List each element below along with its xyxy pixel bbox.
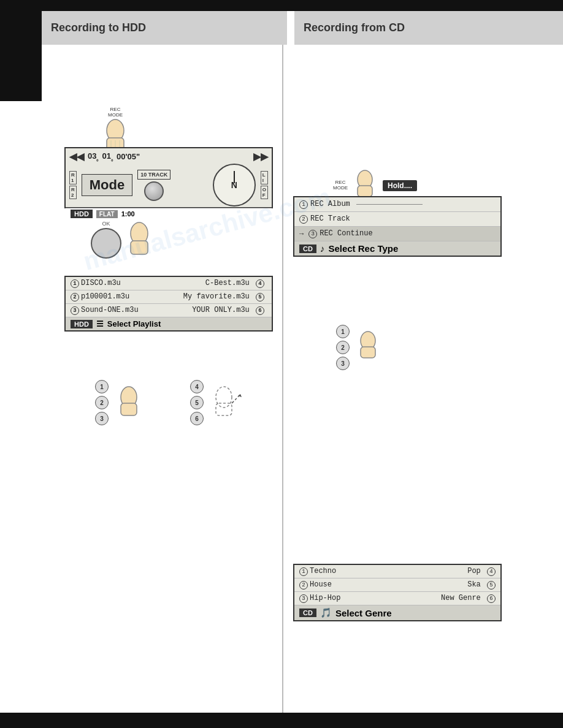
playlist-item-3-left: 3Sound-ONE.m3u — [71, 306, 139, 315]
finger-num-right-sm-icon — [354, 330, 382, 363]
playlist-footer-icon: ☰ — [96, 319, 104, 328]
genre-footer-icon: 🎵 — [320, 607, 332, 618]
num-btn-1-right[interactable]: 1 — [336, 325, 350, 338]
playlist-screen: 1DISCO.m3u C-Best.m3u 4 2p100001.m3u My … — [64, 276, 273, 332]
side-icon-l1: LI — [261, 171, 268, 184]
genre-footer-text: Select Genre — [335, 608, 392, 618]
genre-6-right: New Genre 6 — [441, 594, 496, 603]
ok-button-area: OK — [91, 221, 155, 259]
mode-box: Mode — [82, 174, 132, 196]
rec-type-1: 1REC Album — [299, 200, 350, 209]
genre-row-1: 1Techno Pop 4 — [294, 565, 500, 578]
rec-type-screen: 1REC Album 2REC Track → 3REC Continue CD… — [293, 196, 502, 257]
header-left-text: Recording to HDD — [51, 21, 146, 34]
rec-type-row-3: → 3REC Continue — [294, 227, 500, 241]
prev-arrow: ◀◀ — [69, 151, 84, 162]
side-icons-right: LI OF — [261, 171, 268, 199]
ok-circle[interactable] — [91, 228, 121, 259]
genre-footer: CD 🎵 Select Genre — [294, 605, 500, 620]
ok-btn-container: OK — [91, 221, 121, 259]
rec-type-row-1: 1REC Album — [294, 197, 500, 212]
side-icon-l2: OF — [261, 186, 268, 199]
num-btn-2-left[interactable]: 2 — [95, 396, 109, 409]
playlist-item-6-right: YOUR ONLY.m3u 6 — [192, 306, 267, 315]
screen1-bottom: HDD FLAT 1:00 — [66, 208, 272, 219]
svg-rect-10 — [216, 403, 232, 415]
time-display: 00'05" — [117, 152, 140, 161]
side-icon-r1: R1 — [69, 171, 77, 184]
rec-type-footer-text: Select Rec Type — [328, 243, 398, 254]
rec-type-footer: CD ♪ Select Rec Type — [294, 241, 500, 256]
genre-screen: 1Techno Pop 4 2House Ska 5 3Hip-Hop New … — [293, 564, 502, 621]
genre-3-left: 3Hip-Hop — [299, 594, 340, 603]
playlist-item-1-left: 1DISCO.m3u — [71, 279, 121, 288]
compass-needle — [234, 171, 235, 183]
genre-row-2: 2House Ska 5 — [294, 578, 500, 592]
num-btn-4-left[interactable]: 4 — [190, 380, 204, 393]
rec-type-2: 2REC Track — [299, 214, 350, 224]
num-btn-5-left[interactable]: 5 — [190, 396, 204, 409]
top-bar — [0, 0, 563, 11]
genre-4-right: Pop 4 — [467, 567, 496, 576]
num-btn-3-left[interactable]: 3 — [95, 412, 109, 425]
ok-label: OK — [102, 221, 110, 227]
rec-type-1-line — [356, 204, 423, 205]
ok-section: OK — [91, 221, 155, 259]
svg-rect-13 — [358, 186, 372, 197]
header-right-text: Recording from CD — [304, 21, 405, 34]
screen1-top: ◀◀ 03₀ 01₀ 00'05" ▶▶ — [66, 148, 272, 162]
genre-row-3: 3Hip-Hop New Genre 6 — [294, 592, 500, 605]
track-badge: 10 TRACK — [137, 170, 170, 180]
svg-point-9 — [216, 387, 232, 408]
hdd-badge: HDD — [71, 210, 93, 218]
num-btn-2-right[interactable]: 2 — [336, 341, 350, 354]
left-sidebar — [0, 0, 42, 101]
screen1-mid: R1 R2 Mode 10 TRACK N LI OF — [66, 162, 272, 208]
display-screen-1: ◀◀ 03₀ 01₀ 00'05" ▶▶ R1 R2 Mode 10 TRACK… — [64, 147, 273, 208]
num-buttons-right-group: 4 5 6 — [190, 380, 204, 425]
rec-type-3: 3REC Continue — [308, 229, 372, 238]
next-arrow: ▶▶ — [253, 151, 268, 162]
rec-type-arrow: → — [299, 230, 304, 238]
genre-5-right: Ska 5 — [467, 580, 496, 590]
svg-rect-6 — [131, 241, 148, 254]
rec-type-footer-icon: ♪ — [320, 243, 325, 254]
genre-2-left: 2House — [299, 580, 332, 590]
num-buttons-left-group: 1 2 3 — [95, 380, 109, 425]
header-right: Recording from CD — [294, 11, 563, 45]
playlist-hdd-badge: HDD — [71, 320, 93, 328]
num-btn-6-left[interactable]: 6 — [190, 412, 204, 425]
genre-cd-badge: CD — [299, 609, 316, 617]
header-left: Recording to HDD — [42, 11, 287, 45]
playlist-row-2: 2p100001.m3u My favorite.m3u 5 — [66, 290, 272, 304]
num-buttons-right-sm-group: 1 2 3 — [336, 325, 350, 370]
playlist-row-3: 3Sound-ONE.m3u YOUR ONLY.m3u 6 — [66, 304, 272, 317]
finger-ok-icon — [124, 221, 155, 258]
flat-badge: FLAT — [96, 210, 118, 218]
knob — [144, 181, 164, 201]
num-btn-1-left[interactable]: 1 — [95, 380, 109, 393]
genre-1-left: 1Techno — [299, 567, 336, 576]
time-val: 1:00 — [121, 210, 135, 218]
knob-area: 10 TRACK — [137, 170, 170, 201]
svg-rect-8 — [121, 403, 137, 415]
side-icons-left: R1 R2 — [69, 171, 77, 199]
num-btn-3-right[interactable]: 3 — [336, 357, 350, 370]
track-num: 03₀ — [88, 151, 98, 162]
finger-num-left-icon — [113, 385, 144, 422]
rec-mode-left-label: REC MODE — [108, 107, 123, 118]
bottom-bar — [0, 713, 563, 728]
compass: N — [213, 164, 256, 207]
playlist-row-1: 1DISCO.m3u C-Best.m3u 4 — [66, 277, 272, 290]
playlist-footer-text: Select Playlist — [107, 319, 161, 328]
disc-num: 01₀ — [102, 151, 112, 162]
rec-mode-right-label: REC MODE — [333, 180, 348, 191]
rec-type-row-2: 2REC Track — [294, 212, 500, 227]
playlist-item-2-left: 2p100001.m3u — [71, 292, 129, 301]
playlist-item-4-right: C-Best.m3u 4 — [205, 279, 267, 288]
playlist-item-5-right: My favorite.m3u 5 — [183, 292, 267, 301]
finger-num-right-icon — [209, 385, 242, 422]
side-icon-r2: R2 — [69, 186, 77, 199]
column-divider — [282, 45, 283, 716]
cd-badge: CD — [299, 245, 316, 253]
